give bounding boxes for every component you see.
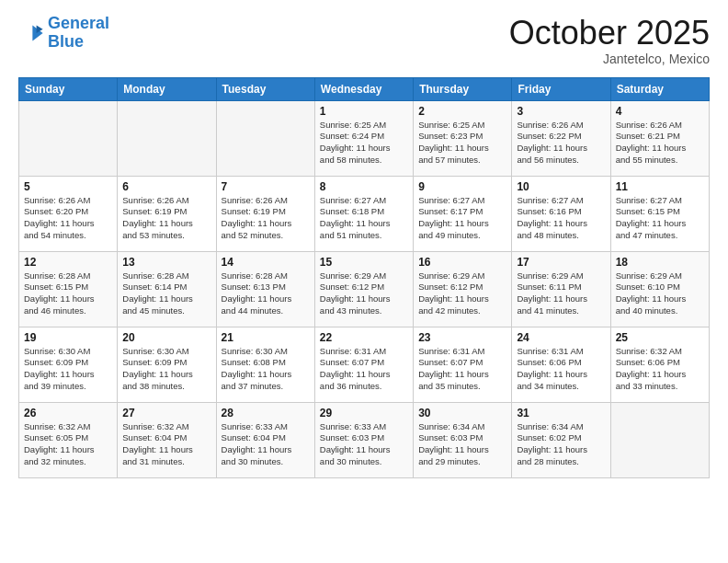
day-number: 15: [320, 256, 408, 269]
header-day-wednesday: Wednesday: [314, 77, 413, 100]
week-row-1: 5Sunrise: 6:26 AM Sunset: 6:20 PM Daylig…: [19, 176, 710, 251]
calendar-cell: 5Sunrise: 6:26 AM Sunset: 6:20 PM Daylig…: [19, 176, 118, 251]
header-row: SundayMondayTuesdayWednesdayThursdayFrid…: [19, 77, 710, 100]
day-info: Sunrise: 6:28 AM Sunset: 6:15 PM Dayligh…: [24, 270, 112, 317]
calendar-cell: [216, 100, 314, 176]
logo-icon: [18, 20, 44, 46]
day-number: 7: [222, 180, 310, 193]
calendar-cell: [19, 100, 118, 176]
calendar-cell: [610, 402, 709, 477]
logo-general: General: [48, 14, 109, 32]
day-info: Sunrise: 6:27 AM Sunset: 6:18 PM Dayligh…: [320, 195, 408, 242]
calendar-cell: 14Sunrise: 6:28 AM Sunset: 6:13 PM Dayli…: [216, 251, 314, 327]
calendar-cell: 11Sunrise: 6:27 AM Sunset: 6:15 PM Dayli…: [610, 176, 709, 251]
location-subtitle: Jantetelco, Mexico: [509, 52, 710, 66]
day-number: 12: [24, 256, 112, 269]
day-number: 4: [616, 105, 704, 118]
day-number: 14: [222, 256, 310, 269]
header-day-tuesday: Tuesday: [216, 77, 314, 100]
calendar-cell: 22Sunrise: 6:31 AM Sunset: 6:07 PM Dayli…: [314, 327, 413, 402]
day-info: Sunrise: 6:30 AM Sunset: 6:09 PM Dayligh…: [122, 346, 210, 393]
day-info: Sunrise: 6:26 AM Sunset: 6:19 PM Dayligh…: [122, 195, 210, 242]
header-day-monday: Monday: [118, 77, 216, 100]
calendar-cell: [118, 100, 216, 176]
day-number: 26: [24, 407, 112, 419]
calendar-cell: 30Sunrise: 6:34 AM Sunset: 6:03 PM Dayli…: [414, 402, 512, 477]
week-row-4: 26Sunrise: 6:32 AM Sunset: 6:05 PM Dayli…: [19, 402, 710, 477]
day-number: 17: [517, 256, 605, 269]
logo-blue: Blue: [48, 32, 84, 51]
day-info: Sunrise: 6:27 AM Sunset: 6:15 PM Dayligh…: [616, 195, 704, 242]
calendar-cell: 27Sunrise: 6:32 AM Sunset: 6:04 PM Dayli…: [118, 402, 216, 477]
calendar-cell: 4Sunrise: 6:26 AM Sunset: 6:21 PM Daylig…: [610, 100, 709, 176]
day-info: Sunrise: 6:29 AM Sunset: 6:10 PM Dayligh…: [616, 270, 704, 317]
calendar-cell: 21Sunrise: 6:30 AM Sunset: 6:08 PM Dayli…: [216, 327, 314, 402]
calendar-cell: 28Sunrise: 6:33 AM Sunset: 6:04 PM Dayli…: [216, 402, 314, 477]
day-info: Sunrise: 6:27 AM Sunset: 6:17 PM Dayligh…: [418, 195, 506, 242]
day-number: 18: [616, 256, 704, 269]
day-number: 11: [616, 180, 704, 193]
calendar-cell: 19Sunrise: 6:30 AM Sunset: 6:09 PM Dayli…: [19, 327, 118, 402]
day-info: Sunrise: 6:31 AM Sunset: 6:07 PM Dayligh…: [320, 346, 408, 393]
logo: General Blue: [18, 15, 109, 52]
day-number: 2: [418, 105, 506, 118]
calendar-cell: 23Sunrise: 6:31 AM Sunset: 6:07 PM Dayli…: [414, 327, 512, 402]
day-info: Sunrise: 6:27 AM Sunset: 6:16 PM Dayligh…: [517, 195, 605, 242]
calendar-cell: 15Sunrise: 6:29 AM Sunset: 6:12 PM Dayli…: [314, 251, 413, 327]
day-info: Sunrise: 6:28 AM Sunset: 6:14 PM Dayligh…: [122, 270, 210, 317]
calendar-cell: 18Sunrise: 6:29 AM Sunset: 6:10 PM Dayli…: [610, 251, 709, 327]
day-number: 27: [122, 407, 210, 419]
logo-text: General Blue: [48, 15, 109, 52]
header-day-friday: Friday: [512, 77, 610, 100]
calendar-table: SundayMondayTuesdayWednesdayThursdayFrid…: [18, 77, 710, 478]
month-title: October 2025: [509, 15, 710, 52]
day-info: Sunrise: 6:34 AM Sunset: 6:02 PM Dayligh…: [517, 421, 605, 468]
header-day-thursday: Thursday: [414, 77, 512, 100]
day-number: 16: [418, 256, 506, 269]
calendar-cell: 17Sunrise: 6:29 AM Sunset: 6:11 PM Dayli…: [512, 251, 610, 327]
day-info: Sunrise: 6:29 AM Sunset: 6:12 PM Dayligh…: [418, 270, 506, 317]
day-info: Sunrise: 6:33 AM Sunset: 6:03 PM Dayligh…: [320, 421, 408, 468]
day-number: 1: [320, 105, 408, 118]
day-number: 21: [222, 331, 310, 344]
week-row-3: 19Sunrise: 6:30 AM Sunset: 6:09 PM Dayli…: [19, 327, 710, 402]
day-number: 31: [517, 407, 605, 419]
day-info: Sunrise: 6:29 AM Sunset: 6:11 PM Dayligh…: [517, 270, 605, 317]
calendar-cell: 12Sunrise: 6:28 AM Sunset: 6:15 PM Dayli…: [19, 251, 118, 327]
header: General Blue October 2025 Jantetelco, Me…: [18, 15, 710, 66]
page: General Blue October 2025 Jantetelco, Me…: [0, 0, 728, 488]
header-day-saturday: Saturday: [610, 77, 709, 100]
calendar-cell: 25Sunrise: 6:32 AM Sunset: 6:06 PM Dayli…: [610, 327, 709, 402]
day-number: 13: [122, 256, 210, 269]
day-number: 29: [320, 407, 408, 419]
week-row-2: 12Sunrise: 6:28 AM Sunset: 6:15 PM Dayli…: [19, 251, 710, 327]
day-info: Sunrise: 6:29 AM Sunset: 6:12 PM Dayligh…: [320, 270, 408, 317]
calendar-cell: 16Sunrise: 6:29 AM Sunset: 6:12 PM Dayli…: [414, 251, 512, 327]
day-info: Sunrise: 6:31 AM Sunset: 6:06 PM Dayligh…: [517, 346, 605, 393]
day-number: 5: [24, 180, 112, 193]
header-day-sunday: Sunday: [19, 77, 118, 100]
calendar-body: 1Sunrise: 6:25 AM Sunset: 6:24 PM Daylig…: [19, 100, 710, 477]
title-block: October 2025 Jantetelco, Mexico: [509, 15, 710, 66]
day-number: 8: [320, 180, 408, 193]
calendar-header: SundayMondayTuesdayWednesdayThursdayFrid…: [19, 77, 710, 100]
calendar-cell: 29Sunrise: 6:33 AM Sunset: 6:03 PM Dayli…: [314, 402, 413, 477]
day-number: 30: [418, 407, 506, 419]
day-info: Sunrise: 6:30 AM Sunset: 6:08 PM Dayligh…: [222, 346, 310, 393]
day-info: Sunrise: 6:32 AM Sunset: 6:04 PM Dayligh…: [122, 421, 210, 468]
day-info: Sunrise: 6:26 AM Sunset: 6:19 PM Dayligh…: [222, 195, 310, 242]
day-info: Sunrise: 6:32 AM Sunset: 6:06 PM Dayligh…: [616, 346, 704, 393]
week-row-0: 1Sunrise: 6:25 AM Sunset: 6:24 PM Daylig…: [19, 100, 710, 176]
day-number: 9: [418, 180, 506, 193]
day-number: 6: [122, 180, 210, 193]
calendar-cell: 10Sunrise: 6:27 AM Sunset: 6:16 PM Dayli…: [512, 176, 610, 251]
calendar-cell: 6Sunrise: 6:26 AM Sunset: 6:19 PM Daylig…: [118, 176, 216, 251]
day-number: 28: [222, 407, 310, 419]
day-number: 10: [517, 180, 605, 193]
calendar-cell: 3Sunrise: 6:26 AM Sunset: 6:22 PM Daylig…: [512, 100, 610, 176]
day-info: Sunrise: 6:33 AM Sunset: 6:04 PM Dayligh…: [222, 421, 310, 468]
day-info: Sunrise: 6:25 AM Sunset: 6:24 PM Dayligh…: [320, 120, 408, 167]
day-number: 22: [320, 331, 408, 344]
calendar-cell: 7Sunrise: 6:26 AM Sunset: 6:19 PM Daylig…: [216, 176, 314, 251]
calendar-cell: 1Sunrise: 6:25 AM Sunset: 6:24 PM Daylig…: [314, 100, 413, 176]
